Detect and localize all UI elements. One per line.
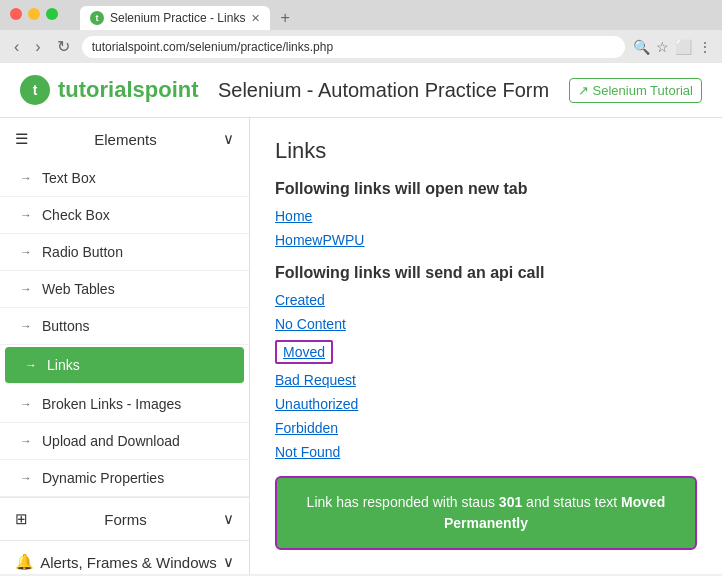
link-notfound[interactable]: Not Found [275,444,697,460]
elements-section-icon: ☰ [15,130,28,148]
sidebar-item-label-brokenlinks: Broken Links - Images [42,396,181,412]
sidebar-section-forms-header[interactable]: ⊞ Forms ∨ [0,498,249,540]
alerts-section-icon: 🔔 [15,553,34,571]
sidebar-section-alerts-header[interactable]: 🔔 Alerts, Frames & Windows ∨ [0,541,249,574]
sidebar-item-label-dynamic: Dynamic Properties [42,470,164,486]
sidebar-item-label-checkbox: Check Box [42,207,110,223]
sidebar-item-textbox[interactable]: → Text Box [0,160,249,197]
alerts-section-label: Alerts, Frames & Windows [40,554,217,571]
cast-icon: ⬜ [675,39,692,55]
search-icon: 🔍 [633,39,650,55]
link-forbidden[interactable]: Forbidden [275,420,697,436]
menu-icon: ⋮ [698,39,712,55]
status-code: 301 [499,494,522,510]
sidebar-item-checkbox[interactable]: → Check Box [0,197,249,234]
sidebar-section-elements-header[interactable]: ☰ Elements ∨ [0,118,249,160]
window-controls [10,8,58,20]
maximize-button[interactable] [46,8,58,20]
active-tab[interactable]: Selenium Practice - Links ✕ [80,6,270,30]
status-text-prefix: Link has responded with staus [307,494,499,510]
links-page-heading: Links [275,138,697,164]
address-bar: ‹ › ↻ 🔍 ☆ ⬜ ⋮ [0,30,722,63]
tutorial-link[interactable]: ↗ Selenium Tutorial [569,78,702,103]
forms-section-label: Forms [104,511,147,528]
content-area: Links Following links will open new tab … [250,118,722,574]
link-badrequest[interactable]: Bad Request [275,372,697,388]
sidebar-item-label-radiobutton: Radio Button [42,244,123,260]
sidebar: ☰ Elements ∨ → Text Box → Check Box → Ra… [0,118,250,574]
sidebar-item-upload[interactable]: → Upload and Download [0,423,249,460]
logo-letter: t [33,82,38,98]
api-links-section: Following links will send an api call Cr… [275,264,697,460]
site-header: t tutorialspoint Selenium - Automation P… [0,63,722,118]
link-nocontent[interactable]: No Content [275,316,697,332]
logo-icon: t [20,75,50,105]
sidebar-item-label-textbox: Text Box [42,170,96,186]
sidebar-item-brokenlinks[interactable]: → Broken Links - Images [0,386,249,423]
sidebar-item-label-buttons: Buttons [42,318,89,334]
sidebar-section-forms: ⊞ Forms ∨ [0,498,249,541]
api-section-title: Following links will send an api call [275,264,697,282]
sidebar-item-links[interactable]: → Links [5,347,244,384]
sidebar-item-dynamic[interactable]: → Dynamic Properties [0,460,249,497]
back-button[interactable]: ‹ [10,36,23,58]
logo-brand: tutorials [58,77,145,102]
status-text-mid: and status text [522,494,621,510]
tutorial-link-label: Selenium Tutorial [593,83,693,98]
forms-section-chevron: ∨ [223,510,234,528]
url-input[interactable] [82,36,625,58]
link-moved[interactable]: Moved [275,340,333,364]
forward-button[interactable]: › [31,36,44,58]
new-tab-links-section: Following links will open new tab Home H… [275,180,697,248]
tab-close-button[interactable]: ✕ [251,12,260,25]
sidebar-item-webtables[interactable]: → Web Tables [0,271,249,308]
sidebar-item-label-webtables: Web Tables [42,281,115,297]
main-layout: ☰ Elements ∨ → Text Box → Check Box → Ra… [0,118,722,574]
link-unauthorized[interactable]: Unauthorized [275,396,697,412]
arrow-icon-webtables: → [20,282,32,296]
sidebar-item-label-links: Links [47,357,80,373]
logo-suffix: point [145,77,199,102]
status-banner: Link has responded with staus 301 and st… [275,476,697,550]
arrow-icon-radiobutton: → [20,245,32,259]
arrow-icon-buttons: → [20,319,32,333]
link-home[interactable]: Home [275,208,697,224]
sidebar-item-radiobutton[interactable]: → Radio Button [0,234,249,271]
arrow-icon-brokenlinks: → [20,397,32,411]
elements-section-chevron: ∨ [223,130,234,148]
bookmark-icon: ☆ [656,39,669,55]
forms-section-icon: ⊞ [15,510,28,528]
external-link-icon: ↗ [578,83,589,98]
tab-favicon [90,11,104,25]
sidebar-section-alerts: 🔔 Alerts, Frames & Windows ∨ [0,541,249,574]
sidebar-item-label-upload: Upload and Download [42,433,180,449]
minimize-button[interactable] [28,8,40,20]
browser-window: Selenium Practice - Links ✕ + ‹ › ↻ 🔍 ☆ … [0,0,722,63]
arrow-icon-checkbox: → [20,208,32,222]
address-icons: 🔍 ☆ ⬜ ⋮ [633,39,712,55]
new-tab-section-title: Following links will open new tab [275,180,697,198]
logo: t tutorialspoint [20,75,199,105]
logo-text: tutorialspoint [58,77,199,103]
arrow-icon-textbox: → [20,171,32,185]
new-tab-button[interactable]: + [274,7,295,29]
arrow-icon-dynamic: → [20,471,32,485]
arrow-icon-upload: → [20,434,32,448]
close-button[interactable] [10,8,22,20]
elements-section-label: Elements [94,131,157,148]
sidebar-item-buttons[interactable]: → Buttons [0,308,249,345]
link-created[interactable]: Created [275,292,697,308]
sidebar-section-elements: ☰ Elements ∨ → Text Box → Check Box → Ra… [0,118,249,498]
tab-title: Selenium Practice - Links [110,11,245,25]
page-title: Selenium - Automation Practice Form [199,79,569,102]
reload-button[interactable]: ↻ [53,35,74,58]
link-homewpwpu[interactable]: HomewPWPU [275,232,697,248]
alerts-section-chevron: ∨ [223,553,234,571]
arrow-icon-links: → [25,358,37,372]
